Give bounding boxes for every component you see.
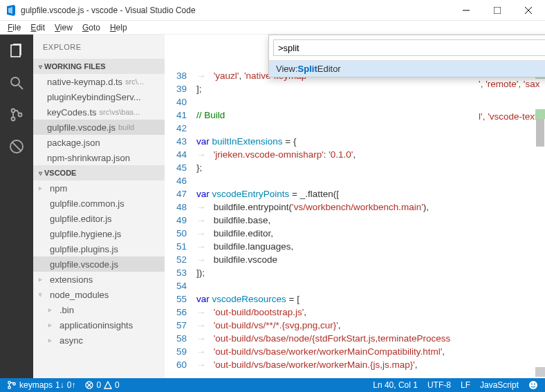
svg-rect-4	[11, 45, 20, 57]
svg-point-25	[534, 384, 535, 385]
eol[interactable]: LF	[461, 380, 470, 390]
tree-item[interactable]: ▹npm	[33, 180, 165, 196]
sidebar-title: EXPLORE	[33, 35, 165, 59]
menu-file[interactable]: File	[3, 21, 26, 34]
minimize-button[interactable]	[450, 0, 481, 20]
window-controls	[450, 0, 544, 20]
working-file[interactable]: npm-shrinkwrap.json	[33, 150, 165, 165]
menu-goto[interactable]: Goto	[77, 21, 105, 34]
titlebar: gulpfile.vscode.js - vscode - Visual Stu…	[0, 0, 545, 21]
git-icon[interactable]	[7, 105, 26, 124]
svg-point-23	[529, 381, 537, 389]
command-palette: View: Split Editor Ctrl+^	[268, 35, 545, 77]
svg-rect-1	[494, 7, 501, 14]
menu-view[interactable]: View	[50, 21, 77, 34]
svg-line-11	[12, 142, 21, 151]
search-icon[interactable]	[7, 73, 26, 93]
svg-point-5	[11, 77, 19, 86]
tree-item[interactable]: ▹async	[33, 333, 165, 348]
project-tree: ▹npmgulpfile.common.jsgulpfile.editor.js…	[33, 180, 165, 348]
tree-item[interactable]: gulpfile.plugins.js	[33, 241, 165, 256]
encoding[interactable]: UTF-8	[427, 380, 451, 390]
app-icon	[6, 5, 17, 16]
tree-item[interactable]: ▿node_modules	[33, 287, 165, 302]
command-palette-result[interactable]: View: Split Editor Ctrl+^	[269, 60, 545, 77]
debug-icon[interactable]	[7, 137, 26, 156]
language-mode[interactable]: JavaScript	[480, 380, 519, 390]
svg-point-18	[8, 386, 11, 389]
problems-status[interactable]: 0 0	[85, 380, 119, 390]
working-file[interactable]: gulpfile.vscode.jsbuild	[33, 120, 165, 135]
activity-bar	[0, 35, 33, 378]
editor[interactable]: ', 'remote', 'sax l', 'vscode-textm 3839…	[165, 35, 545, 378]
window-title: gulpfile.vscode.js - vscode - Visual Stu…	[21, 6, 450, 15]
svg-point-24	[531, 384, 533, 385]
command-palette-input[interactable]	[273, 39, 545, 56]
feedback-icon[interactable]	[528, 380, 538, 390]
code-lines[interactable]: → 'yauzl', 'native-keymap'];// Buildvar …	[196, 69, 545, 378]
project-header[interactable]: ▿VSCODE	[33, 165, 165, 180]
tree-item[interactable]: gulpfile.common.js	[33, 196, 165, 211]
svg-point-17	[8, 382, 11, 384]
maximize-button[interactable]	[481, 0, 512, 20]
tree-item[interactable]: gulpfile.editor.js	[33, 211, 165, 226]
tree-item[interactable]: gulpfile.hygiene.js	[33, 226, 165, 241]
working-file[interactable]: pluginKeybindingServ...	[33, 89, 165, 104]
code-area[interactable]: 3839404142434445464748495051525354555657…	[165, 35, 545, 378]
scrollbar-thumb[interactable]	[536, 119, 544, 147]
tree-item[interactable]: ▹.bin	[33, 302, 165, 317]
explorer-icon[interactable]	[7, 41, 26, 61]
tree-item[interactable]: ▹extensions	[33, 272, 165, 287]
menubar: FileEditViewGotoHelp	[0, 21, 545, 35]
working-file[interactable]: package.json	[33, 135, 165, 150]
line-number-gutter: 3839404142434445464748495051525354555657…	[165, 69, 196, 378]
status-bar: keymaps 1↓ 0↑ 0 0 Ln 40, Col 1 UTF-8 LF …	[0, 378, 545, 392]
working-file[interactable]: native-keymap.d.tssrc\...	[33, 74, 165, 89]
svg-point-9	[19, 113, 22, 117]
menu-edit[interactable]: Edit	[26, 21, 50, 34]
svg-point-8	[12, 118, 15, 121]
tree-item[interactable]: gulpfile.vscode.js	[33, 256, 165, 272]
svg-line-6	[19, 85, 23, 89]
svg-point-7	[12, 109, 15, 113]
sidebar: EXPLORE ▿WORKING FILES native-keymap.d.t…	[33, 35, 165, 378]
git-branch-status[interactable]: keymaps 1↓ 0↑	[7, 380, 75, 390]
tree-item[interactable]: ▹applicationinsights	[33, 317, 165, 333]
working-files-header[interactable]: ▿WORKING FILES	[33, 59, 165, 74]
working-file[interactable]: keyCodes.tssrc\vs\bas...	[33, 104, 165, 120]
working-files-list: native-keymap.d.tssrc\...pluginKeybindin…	[33, 74, 165, 165]
close-button[interactable]	[512, 0, 544, 20]
cursor-position[interactable]: Ln 40, Col 1	[373, 380, 418, 390]
menu-help[interactable]: Help	[105, 21, 132, 34]
vertical-scrollbar[interactable]	[535, 69, 545, 378]
